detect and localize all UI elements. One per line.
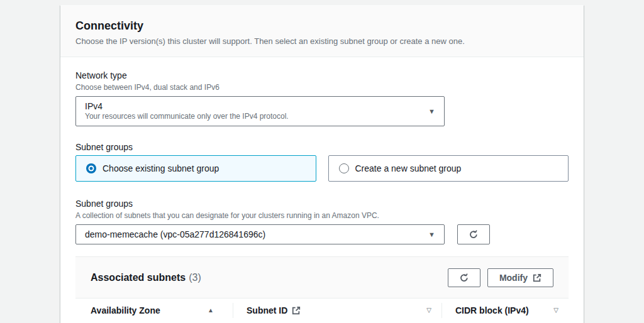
subnet-groups-label: Subnet groups [75, 198, 569, 209]
subnet-groups-row: demo-memecache (vpc-05a277d126841696c) ▼ [75, 224, 569, 244]
column-header-subnet-id[interactable]: Subnet ID ▽ [233, 298, 441, 322]
page: Connectivity Choose the IP version(s) th… [0, 0, 644, 323]
subnet-group-mode-label: Subnet groups [75, 141, 569, 153]
network-type-selected-value: IPv4 [85, 101, 421, 112]
radio-checked-icon [86, 163, 96, 173]
subnet-groups-field: Subnet groups A collection of subnets th… [75, 198, 569, 244]
column-label: Subnet ID [247, 305, 287, 315]
subnets-table-header: Availability Zone ▲ Subnet ID ▽ [75, 298, 569, 322]
network-type-selected-helper: Your resources will communicate only ove… [85, 112, 421, 121]
refresh-icon [469, 229, 479, 239]
column-header-availability-zone[interactable]: Availability Zone ▲ [75, 298, 233, 322]
associated-subnets-title-group: Associated subnets(3) [91, 272, 201, 283]
external-link-icon [533, 273, 541, 282]
radio-unchecked-icon [339, 163, 349, 173]
modify-button-label: Modify [499, 273, 528, 283]
associated-subnets-header: Associated subnets(3) Modify [75, 256, 569, 298]
connectivity-card: Connectivity Choose the IP version(s) th… [60, 5, 584, 323]
card-header: Connectivity Choose the IP version(s) th… [60, 5, 584, 57]
network-type-field: Network type Choose between IPv4, dual s… [75, 70, 569, 126]
tile-label: Choose existing subnet group [103, 163, 219, 173]
subnet-groups-selected-value: demo-memecache (vpc-05a277d126841696c) [85, 229, 421, 240]
subnet-group-mode-field: Subnet groups Choose existing subnet gro… [75, 141, 569, 182]
card-body: Network type Choose between IPv4, dual s… [60, 57, 584, 322]
sort-icon: ▽ [553, 307, 558, 314]
subnet-groups-select[interactable]: demo-memecache (vpc-05a277d126841696c) ▼ [75, 224, 445, 244]
associated-subnets-actions: Modify [448, 268, 553, 287]
sort-icon: ▽ [426, 307, 431, 314]
associated-subnets-title: Associated subnets [91, 272, 186, 283]
page-title: Connectivity [75, 19, 569, 33]
tile-create-new-subnet-group[interactable]: Create a new subnet group [328, 155, 569, 182]
column-header-cidr-block[interactable]: CIDR block (IPv4) ▽ [442, 298, 569, 322]
dropdown-arrow-icon: ▼ [428, 108, 435, 115]
tile-choose-existing-subnet-group[interactable]: Choose existing subnet group [75, 155, 316, 182]
network-type-select[interactable]: IPv4 Your resources will communicate onl… [75, 96, 445, 126]
subnet-group-mode-tiles: Choose existing subnet group Create a ne… [75, 155, 569, 182]
column-label: CIDR block (IPv4) [455, 305, 529, 315]
tile-label: Create a new subnet group [355, 163, 462, 173]
refresh-icon [459, 273, 469, 283]
external-link-icon [292, 306, 301, 315]
subnet-groups-description: A collection of subnets that you can des… [75, 211, 569, 221]
associated-subnets-count: (3) [189, 272, 201, 283]
network-type-label: Network type [75, 70, 569, 81]
column-label: Availability Zone [91, 305, 160, 315]
page-description: Choose the IP version(s) this cluster wi… [75, 36, 569, 47]
refresh-associated-subnets-button[interactable] [448, 268, 480, 287]
modify-button[interactable]: Modify [487, 268, 553, 287]
refresh-subnet-groups-button[interactable] [457, 224, 490, 244]
sort-ascending-icon: ▲ [208, 307, 214, 314]
network-type-description: Choose between IPv4, dual stack and IPv6 [75, 82, 569, 92]
dropdown-arrow-icon: ▼ [428, 231, 435, 238]
